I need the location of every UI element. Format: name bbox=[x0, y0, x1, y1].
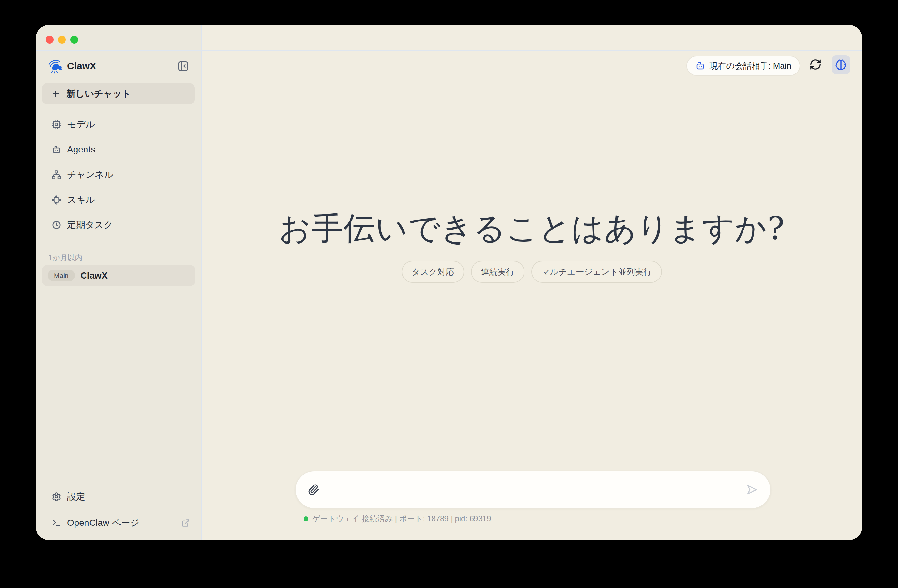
sidebar-item-label: 設定 bbox=[67, 491, 195, 503]
robot-icon bbox=[52, 145, 61, 154]
chat-history-item[interactable]: Main ClawX bbox=[42, 265, 195, 286]
refresh-icon bbox=[809, 58, 821, 71]
suggestion-task-support[interactable]: タスク対応 bbox=[401, 261, 464, 283]
plus-icon bbox=[51, 89, 61, 99]
sidebar-item-skills[interactable]: スキル bbox=[42, 190, 194, 210]
brain-icon bbox=[835, 59, 847, 71]
message-input[interactable] bbox=[328, 485, 738, 495]
clock-icon bbox=[52, 220, 61, 230]
gateway-status-text: ゲートウェイ 接続済み | ポート: 18789 | pid: 69319 bbox=[312, 514, 491, 524]
sidebar-item-label: 定期タスク bbox=[67, 219, 113, 231]
chat-title: ClawX bbox=[81, 270, 108, 281]
close-window-button[interactable] bbox=[46, 36, 54, 43]
sidebar-item-label: OpenClaw ページ bbox=[67, 517, 175, 529]
sidebar-item-label: チャンネル bbox=[67, 169, 113, 181]
paperclip-icon bbox=[308, 484, 320, 496]
sidebar-item-models[interactable]: モデル bbox=[42, 114, 194, 135]
sidebar-item-label: スキル bbox=[67, 194, 95, 206]
minimize-window-button[interactable] bbox=[58, 36, 66, 43]
chip-icon bbox=[52, 120, 61, 129]
suggestion-pills: タスク対応 連続実行 マルチエージェント並列実行 bbox=[201, 261, 862, 283]
sidebar-item-label: モデル bbox=[67, 118, 95, 130]
refresh-button[interactable] bbox=[809, 58, 822, 71]
suggestion-continuous-run[interactable]: 連続実行 bbox=[471, 261, 524, 283]
send-icon bbox=[746, 484, 758, 496]
brain-button[interactable] bbox=[832, 55, 850, 74]
hero-greeting: お手伝いできることはありますか? bbox=[201, 207, 862, 250]
robot-icon bbox=[695, 61, 705, 71]
sidebar-item-scheduled-tasks[interactable]: 定期タスク bbox=[42, 215, 194, 235]
app-window: ClawX 新しいチャット モデル bbox=[36, 25, 862, 540]
network-icon bbox=[52, 170, 61, 180]
puzzle-icon bbox=[52, 195, 61, 205]
sidebar: ClawX 新しいチャット モデル bbox=[36, 25, 201, 540]
current-partner-label: 現在の会話相手: Main bbox=[710, 60, 791, 72]
collapse-sidebar-button[interactable] bbox=[177, 60, 189, 72]
message-composer bbox=[295, 471, 771, 509]
zoom-window-button[interactable] bbox=[70, 36, 78, 43]
terminal-icon bbox=[52, 518, 61, 528]
current-partner-pill[interactable]: 現在の会話相手: Main bbox=[686, 56, 800, 76]
sidebar-item-openclaw-page[interactable]: OpenClaw ページ bbox=[42, 513, 195, 533]
suggestion-multi-agent[interactable]: マルチエージェント並列実行 bbox=[531, 261, 662, 283]
attach-file-button[interactable] bbox=[308, 484, 320, 496]
new-chat-label: 新しいチャット bbox=[66, 88, 131, 100]
sidebar-item-agents[interactable]: Agents bbox=[42, 139, 194, 160]
gear-icon bbox=[52, 492, 61, 502]
clawx-logo-icon bbox=[48, 58, 64, 74]
sidebar-nav: モデル Agents チャンネル スキル bbox=[42, 114, 194, 240]
external-link-icon bbox=[181, 519, 190, 527]
chat-badge: Main bbox=[48, 270, 75, 281]
sidebar-item-channels[interactable]: チャンネル bbox=[42, 164, 194, 185]
sidebar-item-label: Agents bbox=[67, 144, 95, 155]
sidebar-item-settings[interactable]: 設定 bbox=[42, 487, 195, 507]
new-chat-button[interactable]: 新しいチャット bbox=[42, 83, 194, 104]
connection-status-dot bbox=[303, 516, 308, 521]
sidebar-header: ClawX bbox=[48, 57, 189, 75]
history-section-label: 1か月以内 bbox=[48, 253, 82, 263]
panel-left-close-icon bbox=[177, 60, 189, 72]
gateway-statusbar: ゲートウェイ 接続済み | ポート: 18789 | pid: 69319 bbox=[303, 514, 491, 524]
send-button[interactable] bbox=[746, 484, 758, 496]
titlebar bbox=[36, 25, 862, 51]
app-title: ClawX bbox=[67, 61, 177, 72]
